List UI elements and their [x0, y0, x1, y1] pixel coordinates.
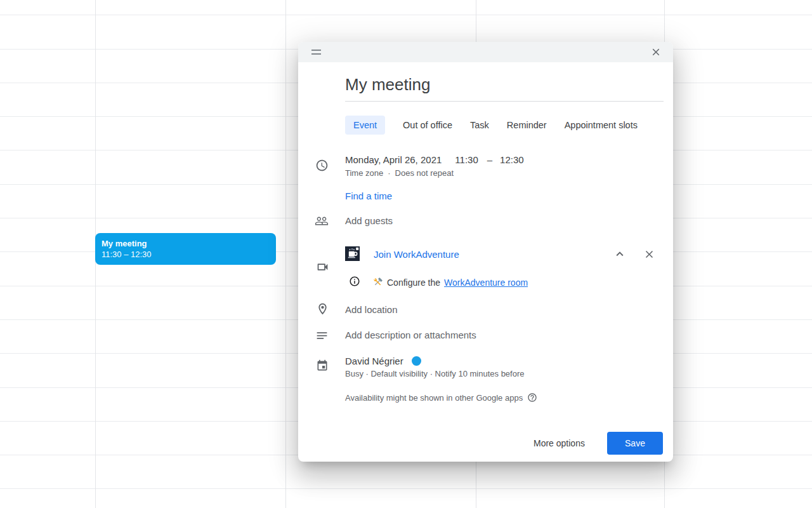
close-icon[interactable]	[650, 46, 662, 58]
dialog-header[interactable]	[298, 42, 673, 62]
calendar-event-chip[interactable]: My meeting 11:30 – 12:30	[95, 233, 276, 265]
time-range-dash: –	[487, 154, 492, 165]
info-icon	[349, 276, 360, 287]
tab-out-of-office[interactable]: Out of office	[403, 120, 452, 130]
workadventure-room-link[interactable]: WorkAdventure room	[444, 277, 528, 288]
tab-task[interactable]: Task	[470, 120, 489, 130]
add-location-field[interactable]: Add location	[345, 304, 398, 315]
dot-separator: ·	[388, 168, 390, 178]
availability-note-row: Availability might be shown in other Goo…	[345, 392, 537, 403]
more-options-button[interactable]: More options	[523, 432, 595, 455]
join-workadventure-link[interactable]: Join WorkAdventure	[374, 249, 459, 260]
configure-room-row: Configure the WorkAdventure room	[372, 277, 528, 288]
event-chip-title: My meeting	[102, 238, 270, 249]
clock-icon	[315, 159, 329, 172]
configure-room-text: Configure the	[387, 277, 440, 288]
calendar-grid-column-line	[285, 0, 286, 508]
tab-reminder[interactable]: Reminder	[507, 120, 547, 130]
remove-conference-close-icon[interactable]	[643, 248, 655, 260]
location-pin-icon	[316, 302, 329, 316]
calendar-color-dot	[412, 356, 421, 366]
recurrence-button[interactable]: Does not repeat	[395, 168, 454, 178]
date-button[interactable]: Monday, April 26, 2021	[345, 154, 442, 165]
notes-icon	[315, 329, 329, 342]
calendar-event-icon	[316, 359, 329, 372]
find-a-time-link[interactable]: Find a time	[345, 190, 392, 201]
time-zone-button[interactable]: Time zone	[345, 168, 383, 178]
calendar-owner-row[interactable]: David Négrier	[345, 356, 421, 366]
chevron-up-icon[interactable]	[613, 247, 627, 261]
save-button[interactable]: Save	[607, 432, 663, 455]
help-icon[interactable]	[527, 392, 537, 403]
event-edit-dialog: Event Out of office Task Reminder Appoin…	[298, 42, 673, 462]
people-icon	[315, 214, 329, 228]
availability-note-text: Availability might be shown in other Goo…	[345, 393, 523, 403]
workadventure-logo-icon	[345, 246, 360, 261]
start-time-button[interactable]: 11:30	[455, 154, 478, 165]
calendar-owner-name: David Négrier	[345, 356, 403, 366]
add-description-field[interactable]: Add description or attachments	[345, 330, 476, 340]
datetime-subrow: Time zone · Does not repeat	[345, 168, 454, 178]
videocam-icon	[316, 260, 329, 274]
event-title-input[interactable]	[345, 75, 664, 102]
datetime-row: Monday, April 26, 2021 11:30 – 12:30	[345, 154, 524, 165]
end-time-button[interactable]: 12:30	[500, 154, 524, 165]
drag-handle-icon[interactable]	[311, 50, 321, 55]
event-type-tabs: Event Out of office Task Reminder Appoin…	[345, 115, 638, 135]
tab-event[interactable]: Event	[345, 116, 385, 135]
calendar-settings-summary[interactable]: Busy · Default visibility · Notify 10 mi…	[345, 369, 525, 378]
event-chip-time: 11:30 – 12:30	[102, 249, 270, 260]
hammer-wrench-icon	[372, 277, 383, 288]
add-guests-field[interactable]: Add guests	[345, 215, 393, 226]
tab-appointment-slots[interactable]: Appointment slots	[565, 120, 638, 130]
